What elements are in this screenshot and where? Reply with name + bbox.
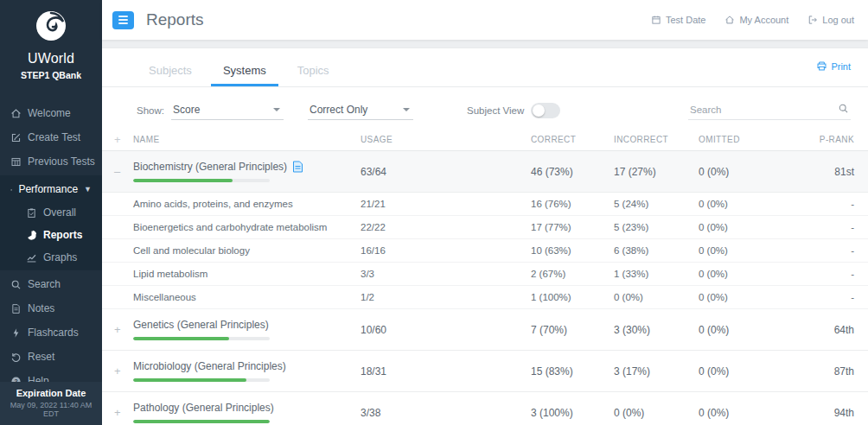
- incorrect-cell: 1 (33%): [614, 269, 699, 279]
- table-row[interactable]: +Pathology (General Principles)3/383 (10…: [102, 392, 868, 425]
- metric-select[interactable]: Score: [171, 102, 284, 120]
- search-input[interactable]: [688, 102, 851, 120]
- correct-cell: 3 (100%): [531, 407, 614, 419]
- omitted-cell: 0 (0%): [699, 292, 802, 302]
- omitted-cell: 0 (0%): [699, 166, 802, 178]
- usage-cell: 63/64: [361, 166, 531, 178]
- edit-icon: [10, 132, 22, 143]
- row-name: Genetics (General Principles): [133, 319, 269, 331]
- correct-cell: 17 (77%): [531, 222, 614, 232]
- table-row[interactable]: –Biochemistry (General Principles)63/644…: [102, 151, 868, 193]
- sidebar-item-flashcards[interactable]: Flashcards: [0, 320, 102, 345]
- sidebar-nav: Welcome Create Test Previous Tests Perfo…: [0, 101, 102, 393]
- home-icon: [10, 108, 22, 119]
- table-row[interactable]: Amino acids, proteins, and enzymes21/211…: [102, 193, 868, 216]
- caret-down-icon: [273, 108, 280, 111]
- progress-bar: [133, 179, 270, 182]
- account-home-icon: [724, 15, 735, 25]
- sidebar-item-label: Reports: [43, 229, 82, 241]
- expiration-label: Expiration Date: [2, 388, 100, 398]
- app-title: UWorld: [5, 51, 97, 67]
- incorrect-cell: 5 (24%): [614, 199, 699, 209]
- row-name-cell: Biochemistry (General Principles): [133, 161, 361, 182]
- sidebar-item-performance[interactable]: Performance ▼: [0, 177, 102, 201]
- incorrect-cell: 6 (38%): [614, 245, 699, 256]
- subject-view-label: Subject View: [467, 105, 524, 116]
- note-icon[interactable]: [292, 161, 303, 173]
- correct-cell: 1 (100%): [531, 292, 614, 302]
- collapse-row-icon[interactable]: –: [114, 165, 133, 178]
- prank-cell: 81st: [802, 166, 854, 178]
- col-header-correct: CORRECT: [531, 135, 614, 144]
- tab-subjects[interactable]: Subjects: [137, 60, 204, 86]
- col-header-incorrect: INCORRECT: [614, 135, 699, 144]
- expand-all-icon[interactable]: +: [114, 133, 133, 146]
- answer-filter-select[interactable]: Correct Only: [308, 102, 413, 120]
- table-row[interactable]: Miscellaneous1/21 (100%)0 (0%)0 (0%)-: [102, 286, 868, 309]
- usage-cell: 1/2: [361, 292, 531, 302]
- prank-cell: -: [802, 222, 854, 232]
- sidebar-item-reset[interactable]: Reset: [0, 345, 102, 369]
- usage-cell: 3/3: [361, 269, 531, 279]
- top-header: Reports Test Date My Account Log out: [102, 0, 868, 40]
- progress-bar: [133, 378, 270, 382]
- sidebar-item-label: Overall: [43, 206, 76, 219]
- sidebar-item-label: Reset: [28, 351, 54, 363]
- sidebar-item-overall[interactable]: Overall: [0, 201, 102, 224]
- table-icon: [10, 156, 22, 168]
- col-header-usage: USAGE: [361, 135, 531, 144]
- tab-topics[interactable]: Topics: [285, 60, 341, 86]
- expiration-date: May 09, 2022 11:40 AM EDT: [2, 401, 100, 418]
- my-account-link[interactable]: My Account: [724, 15, 788, 25]
- sidebar-item-label: Welcome: [28, 107, 71, 119]
- uworld-logo: UWorld STEP1 QBank: [0, 0, 102, 89]
- caret-down-icon: [403, 108, 410, 111]
- prank-cell: -: [802, 292, 854, 302]
- sidebar-item-graphs[interactable]: Graphs: [0, 246, 102, 269]
- table-row[interactable]: +Microbiology (General Principles)18/311…: [102, 351, 868, 392]
- prank-cell: -: [802, 245, 854, 256]
- note-file-icon: [10, 303, 22, 314]
- print-button[interactable]: Print: [816, 60, 851, 72]
- table-row[interactable]: Cell and molecular biology16/1610 (63%)6…: [102, 239, 868, 263]
- expiration-footer: Expiration Date May 09, 2022 11:40 AM ED…: [0, 382, 102, 425]
- row-name-cell: Microbiology (General Principles): [133, 360, 361, 382]
- hamburger-menu-button[interactable]: [112, 11, 134, 29]
- clipboard-icon: [26, 207, 37, 219]
- sidebar-item-welcome[interactable]: Welcome: [0, 101, 102, 125]
- expand-row-icon[interactable]: +: [114, 365, 133, 377]
- log-out-link[interactable]: Log out: [807, 15, 854, 25]
- table-search: [688, 101, 851, 120]
- row-name: Biochemistry (General Principles): [133, 161, 287, 173]
- correct-cell: 46 (73%): [531, 166, 614, 178]
- sidebar-item-notes[interactable]: Notes: [0, 296, 102, 320]
- subject-view-toggle[interactable]: [531, 103, 560, 118]
- sidebar-item-reports[interactable]: Reports: [0, 224, 102, 246]
- bar-chart-icon: [10, 184, 12, 195]
- col-header-omitted: OMITTED: [699, 135, 802, 144]
- row-name: Microbiology (General Principles): [133, 360, 286, 372]
- my-account-label: My Account: [739, 15, 788, 25]
- expand-row-icon[interactable]: +: [114, 323, 133, 336]
- tabs-bar: Subjects Systems Topics Print: [102, 48, 868, 87]
- app-window: UWorld STEP1 QBank Welcome Create Test P…: [0, 0, 868, 425]
- tab-systems[interactable]: Systems: [211, 60, 278, 86]
- row-name: Pathology (General Principles): [133, 402, 274, 414]
- sidebar-item-search[interactable]: Search: [0, 272, 102, 296]
- table-row[interactable]: Bioenergetics and carbohydrate metabolis…: [102, 216, 868, 239]
- pie-chart-icon: [26, 230, 37, 241]
- omitted-cell: 0 (0%): [699, 324, 802, 336]
- table-row[interactable]: +Genetics (General Principles)10/607 (70…: [102, 309, 868, 351]
- show-label: Show:: [137, 105, 164, 116]
- progress-bar: [133, 337, 270, 340]
- test-date-link[interactable]: Test Date: [651, 15, 705, 25]
- prank-cell: -: [802, 199, 854, 209]
- incorrect-cell: 3 (17%): [614, 365, 699, 377]
- sidebar-item-label: Flashcards: [28, 327, 79, 339]
- sidebar-item-create-test[interactable]: Create Test: [0, 125, 102, 149]
- table-row[interactable]: Lipid metabolism3/32 (67%)1 (33%)0 (0%)-: [102, 263, 868, 286]
- expand-row-icon[interactable]: +: [114, 406, 133, 419]
- omitted-cell: 0 (0%): [699, 365, 802, 377]
- sidebar-item-previous-tests[interactable]: Previous Tests: [0, 149, 102, 174]
- calendar-icon: [651, 15, 661, 25]
